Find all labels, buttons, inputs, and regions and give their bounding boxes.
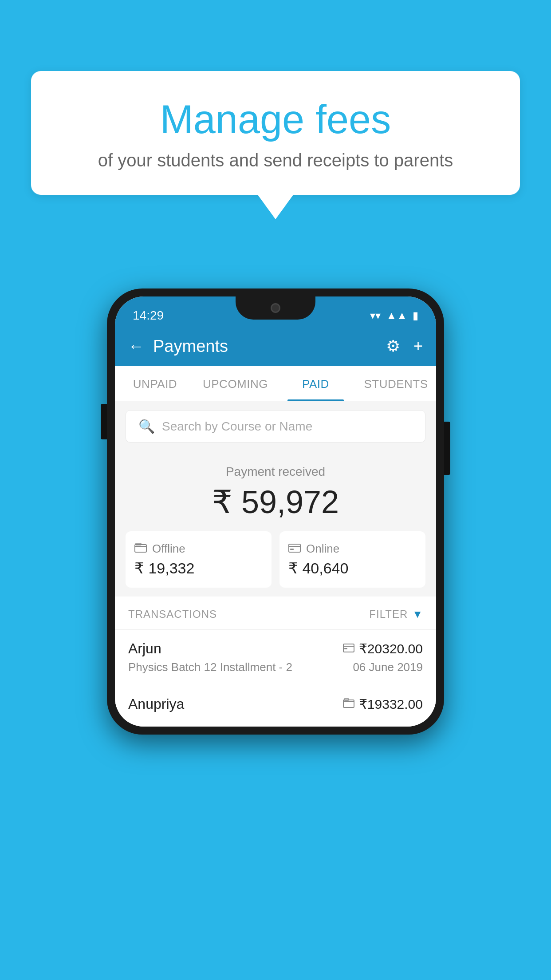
table-row[interactable]: Arjun ₹20320.00 Physics Batch 1 xyxy=(115,629,436,685)
payment-total-amount: ₹ 59,972 xyxy=(126,483,425,521)
transaction-course: Physics Batch 12 Installment - 2 xyxy=(128,660,292,674)
offline-icon xyxy=(134,542,147,556)
payment-cards: Offline ₹ 19,332 xyxy=(126,531,425,588)
search-icon: 🔍 xyxy=(138,419,155,434)
transaction-row-top: Anupriya ₹19332.00 xyxy=(128,696,423,712)
table-row[interactable]: Anupriya ₹19332.00 xyxy=(115,685,436,727)
transaction-row-top: Arjun ₹20320.00 xyxy=(128,640,423,657)
transaction-amount-container: ₹20320.00 xyxy=(343,641,423,656)
transaction-row-bottom: Physics Batch 12 Installment - 2 06 June… xyxy=(128,660,423,674)
online-label: Online xyxy=(306,542,339,556)
speech-bubble-section: Manage fees of your students and send re… xyxy=(31,71,520,219)
header-icons: ⚙ + xyxy=(386,337,423,356)
tab-unpaid[interactable]: UNPAID xyxy=(115,366,195,401)
svg-rect-5 xyxy=(344,648,347,649)
transaction-amount-container: ₹19332.00 xyxy=(343,696,423,712)
speech-bubble-subtitle: of your students and send receipts to pa… xyxy=(58,150,493,170)
filter-icon: ▼ xyxy=(412,608,423,620)
plus-icon[interactable]: + xyxy=(413,337,423,356)
filter-container[interactable]: FILTER ▼ xyxy=(369,608,423,620)
speech-bubble-arrow xyxy=(258,195,293,219)
signal-icon: ▲▲ xyxy=(386,309,407,322)
payment-card-offline: Offline ₹ 19,332 xyxy=(126,531,272,588)
offline-payment-icon xyxy=(343,697,354,711)
phone-notch xyxy=(236,296,315,320)
tab-upcoming[interactable]: UPCOMING xyxy=(195,366,276,401)
back-button[interactable]: ← xyxy=(128,337,144,356)
svg-rect-3 xyxy=(290,549,294,550)
offline-label: Offline xyxy=(152,542,185,556)
svg-rect-2 xyxy=(289,544,300,552)
status-time: 14:29 xyxy=(133,308,164,323)
transactions-header: TRANSACTIONS FILTER ▼ xyxy=(115,597,436,629)
camera-dot xyxy=(271,303,280,313)
app-header: ← Payments ⚙ + xyxy=(115,327,436,366)
search-container: 🔍 Search by Course or Name xyxy=(115,401,436,451)
transaction-name: Arjun xyxy=(128,640,161,657)
status-icons: ▾▾ ▲▲ ▮ xyxy=(370,309,418,322)
battery-icon: ▮ xyxy=(413,309,418,322)
payment-received-label: Payment received xyxy=(126,465,425,479)
online-amount: ₹ 40,640 xyxy=(288,559,417,577)
offline-amount: ₹ 19,332 xyxy=(134,559,263,577)
speech-bubble: Manage fees of your students and send re… xyxy=(31,71,520,195)
tab-paid[interactable]: PAID xyxy=(276,366,356,401)
search-bar[interactable]: 🔍 Search by Course or Name xyxy=(126,410,425,443)
phone-wrapper: 14:29 ▾▾ ▲▲ ▮ ← Payments ⚙ + UNPAID xyxy=(107,288,444,735)
tabs-bar: UNPAID UPCOMING PAID STUDENTS xyxy=(115,366,436,401)
wifi-icon: ▾▾ xyxy=(370,309,381,322)
payment-card-online-header: Online xyxy=(288,542,417,556)
payment-summary: Payment received ₹ 59,972 xyxy=(115,451,436,597)
transaction-name: Anupriya xyxy=(128,696,184,712)
svg-rect-0 xyxy=(135,545,146,552)
phone: 14:29 ▾▾ ▲▲ ▮ ← Payments ⚙ + UNPAID xyxy=(107,288,444,735)
online-icon xyxy=(288,542,301,556)
transactions-label: TRANSACTIONS xyxy=(128,608,217,620)
transaction-date: 06 June 2019 xyxy=(353,660,423,674)
gear-icon[interactable]: ⚙ xyxy=(386,337,400,356)
tab-students[interactable]: STUDENTS xyxy=(356,366,436,401)
online-payment-icon xyxy=(343,642,354,656)
header-title: Payments xyxy=(153,337,377,356)
payment-card-offline-header: Offline xyxy=(134,542,263,556)
filter-label: FILTER xyxy=(369,608,408,620)
payment-card-online: Online ₹ 40,640 xyxy=(279,531,425,588)
speech-bubble-title: Manage fees xyxy=(58,98,493,142)
svg-rect-6 xyxy=(343,700,354,707)
search-placeholder: Search by Course or Name xyxy=(162,419,312,434)
phone-screen: 14:29 ▾▾ ▲▲ ▮ ← Payments ⚙ + UNPAID xyxy=(115,296,436,727)
transaction-amount: ₹20320.00 xyxy=(359,641,423,656)
transaction-amount: ₹19332.00 xyxy=(359,696,423,712)
